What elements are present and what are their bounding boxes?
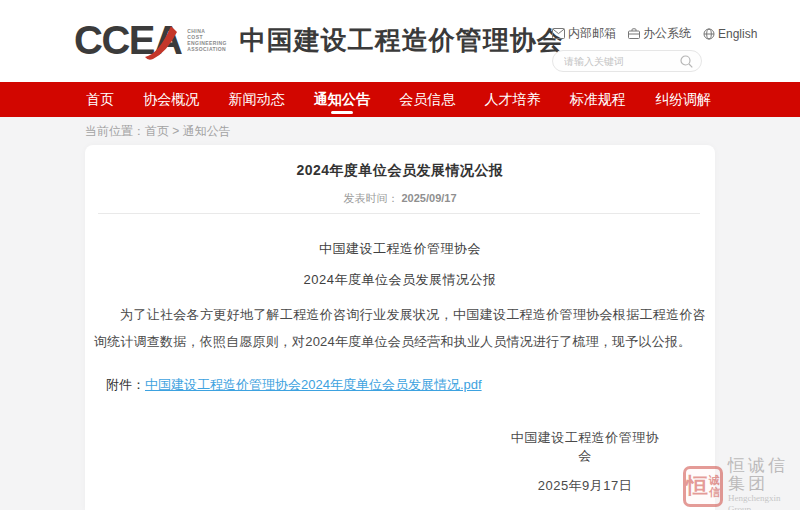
- hengchengxin-watermark: 恒 诚 信 恒诚信集团 Hengchengxin Group: [683, 457, 800, 510]
- ccea-logo-swoosh: [144, 23, 178, 61]
- search-icon[interactable]: [680, 55, 693, 68]
- site-title: 中国建设工程造价管理协会: [240, 23, 564, 58]
- signature-block: 中国建设工程造价管理协会 2025年9月17日: [510, 429, 660, 495]
- breadcrumb: 当前位置：首页 > 通知公告: [85, 117, 231, 145]
- nav-item-members[interactable]: 会员信息: [399, 82, 455, 117]
- signature-org: 中国建设工程造价管理协会: [510, 429, 660, 465]
- ccea-logo-text: CCEA: [74, 20, 181, 60]
- nav-item-disputes[interactable]: 纠纷调解: [655, 82, 711, 117]
- nav-item-training[interactable]: 人才培养: [484, 82, 540, 117]
- site-header: CCEA CHINA COST ENGINEERING ASSOCIATION …: [0, 0, 800, 82]
- publish-time-value: 2025/09/17: [402, 192, 457, 204]
- publish-time: 发表时间： 2025/09/17: [85, 191, 715, 206]
- briefcase-icon: [628, 28, 640, 39]
- title-separator: [98, 213, 700, 214]
- site-logo[interactable]: CCEA CHINA COST ENGINEERING ASSOCIATION …: [74, 20, 564, 60]
- attachment-pdf-link[interactable]: 中国建设工程造价管理协会2024年度单位会员发展情况.pdf: [145, 377, 482, 392]
- header-utilities: 内部邮箱 办公系统 English: [552, 25, 702, 72]
- article-paragraph: 为了让社会各方更好地了解工程造价咨询行业发展状况，中国建设工程造价管理协会根据工…: [94, 301, 706, 355]
- body-org-line: 中国建设工程造价管理协会: [85, 240, 715, 258]
- english-link[interactable]: English: [703, 27, 757, 41]
- ccea-logo-subtext: CHINA COST ENGINEERING ASSOCIATION: [187, 28, 226, 52]
- hengchengxin-seal-icon: 恒 诚 信: [683, 466, 723, 507]
- breadcrumb-prefix: 当前位置：: [85, 124, 145, 138]
- watermark-name-cn: 恒诚信集团: [728, 457, 800, 493]
- breadcrumb-current[interactable]: 通知公告: [183, 124, 231, 138]
- body-subtitle-line: 2024年度单位会员发展情况公报: [85, 271, 715, 289]
- watermark-text: 恒诚信集团 Hengchengxin Group: [728, 457, 800, 510]
- article-card: 2024年度单位会员发展情况公报 发表时间： 2025/09/17 中国建设工程…: [85, 145, 715, 510]
- utility-links: 内部邮箱 办公系统 English: [552, 25, 702, 42]
- nav-item-standards[interactable]: 标准规程: [570, 82, 626, 117]
- main-nav: 首页 协会概况 新闻动态 通知公告 会员信息 人才培养 标准规程 纠纷调解: [0, 82, 800, 117]
- attachment-row: 附件：中国建设工程造价管理协会2024年度单位会员发展情况.pdf: [106, 376, 482, 394]
- breadcrumb-home[interactable]: 首页: [145, 124, 169, 138]
- article-title: 2024年度单位会员发展情况公报: [85, 162, 715, 180]
- search-box: [552, 50, 702, 72]
- nav-item-notices[interactable]: 通知公告: [314, 82, 370, 117]
- signature-date: 2025年9月17日: [510, 477, 660, 495]
- watermark-name-en: Hengchengxin Group: [728, 493, 800, 510]
- search-input[interactable]: [564, 52, 674, 70]
- breadcrumb-separator: >: [169, 124, 183, 138]
- attachment-label: 附件：: [106, 377, 145, 392]
- globe-icon: [703, 28, 715, 40]
- internal-mail-link[interactable]: 内部邮箱: [552, 25, 616, 42]
- publish-time-label: 发表时间：: [343, 192, 398, 204]
- nav-item-about[interactable]: 协会概况: [143, 82, 199, 117]
- nav-item-news[interactable]: 新闻动态: [229, 82, 285, 117]
- office-system-link[interactable]: 办公系统: [628, 25, 691, 42]
- nav-item-home[interactable]: 首页: [86, 82, 114, 117]
- envelope-icon: [552, 28, 565, 39]
